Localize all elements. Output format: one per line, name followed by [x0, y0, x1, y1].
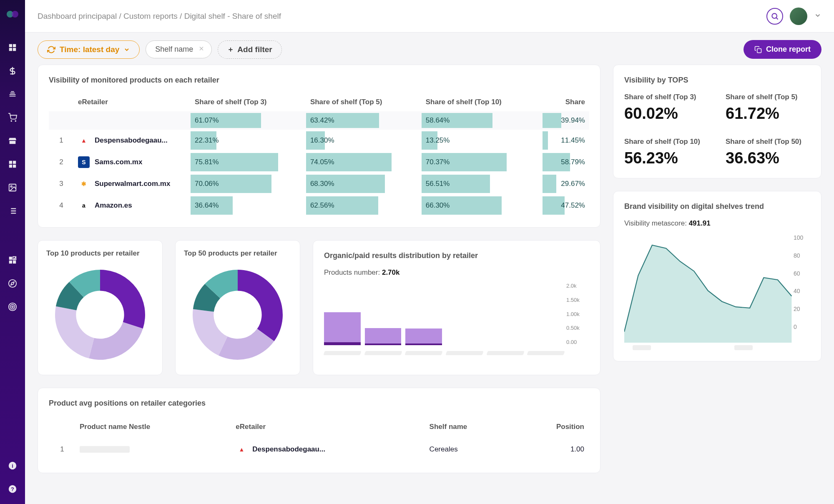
svg-point-26: [10, 305, 15, 309]
app-logo: [6, 8, 19, 21]
svg-rect-5: [13, 48, 16, 51]
add-filter-button[interactable]: Add filter: [218, 40, 281, 59]
bar-chart: 2.0k1.50k1.00k0.50k0.00: [324, 283, 589, 345]
sidebar: i ?: [0, 0, 25, 504]
donut-chart: [46, 265, 154, 365]
search-button[interactable]: [766, 8, 783, 25]
svg-point-27: [12, 306, 13, 308]
chevron-down-icon[interactable]: [814, 12, 821, 21]
tops-metric: Share of shelf (Top 10)56.23%: [624, 138, 709, 167]
donut-top50-card: Top 50 products per retailer: [175, 240, 300, 375]
tops-metric: Share of shelf (Top 5)61.72%: [726, 93, 810, 123]
user-avatar[interactable]: [790, 8, 807, 25]
nav-check-icon[interactable]: [8, 255, 18, 265]
svg-point-23: [9, 280, 16, 287]
nav-info-icon[interactable]: i: [8, 461, 18, 471]
trend-chart: [624, 234, 810, 343]
nav-store-icon[interactable]: [8, 136, 18, 146]
card-title: Organic/paid results distribution by ret…: [324, 251, 589, 260]
topbar: Dashboard principapal / Custom reports /…: [25, 0, 834, 33]
filter-bar: Time: latest day Shelf name Add filter C…: [25, 33, 834, 65]
card-title: Visibility by TOPS: [624, 76, 810, 85]
refresh-icon: [47, 45, 55, 54]
positions-table: Product name Nestle eRetailer Shelf name…: [49, 416, 589, 462]
tops-metric: Share of shelf (Top 3)60.02%: [624, 93, 709, 123]
card-title: Top 50 products per retailer: [184, 249, 291, 258]
visibility-table-card: Visibility of monitored products on each…: [38, 65, 600, 228]
bar-chart-card: Organic/paid results distribution by ret…: [313, 240, 600, 375]
svg-rect-21: [9, 261, 12, 263]
svg-point-6: [11, 120, 12, 121]
svg-line-33: [776, 18, 778, 19]
clone-report-button[interactable]: Clone report: [744, 40, 821, 59]
plus-icon: [227, 46, 234, 53]
svg-rect-4: [9, 48, 12, 51]
nav-grid-icon[interactable]: [8, 159, 18, 169]
nav-cart-icon[interactable]: [8, 113, 18, 123]
svg-point-32: [772, 13, 777, 18]
svg-point-13: [10, 186, 12, 187]
nav-help-icon[interactable]: ?: [8, 484, 18, 494]
svg-rect-10: [9, 165, 12, 168]
svg-rect-38: [757, 48, 761, 53]
card-title: Brand visibility on digital shelves tren…: [624, 202, 810, 211]
close-icon[interactable]: [198, 45, 205, 54]
breadcrumb: Dashboard principapal / Custom reports /…: [38, 12, 281, 21]
table-row[interactable]: 2 SSams.com.mx75.81%74.05%70.37%58.79%: [49, 151, 589, 173]
trend-card: Brand visibility on digital shelves tren…: [613, 191, 821, 361]
positions-card: Product avg positions on retailer catego…: [38, 388, 600, 473]
donut-chart: [184, 265, 291, 365]
svg-rect-3: [13, 44, 16, 47]
svg-text:i: i: [12, 463, 13, 469]
nav-dashboard-icon[interactable]: [8, 43, 18, 53]
nav-pricing-icon[interactable]: [8, 66, 18, 76]
table-row[interactable]: 4 aAmazon.es36.64%62.56%66.30%47.52%: [49, 195, 589, 216]
chevron-down-icon: [123, 46, 130, 53]
metascore: Visibility metascore: 491.91: [624, 219, 810, 228]
svg-rect-11: [13, 165, 16, 168]
nav-target-icon[interactable]: [8, 302, 18, 312]
svg-point-1: [12, 11, 18, 18]
table-row[interactable]: 1 ▲Despensabodegaau...22.31%16.30%13.25%…: [49, 130, 589, 151]
svg-rect-22: [13, 261, 16, 263]
svg-rect-8: [9, 161, 12, 164]
nav-compass-icon[interactable]: [8, 278, 18, 288]
table-row[interactable]: 1 ▲Despensabodegaau... Cereales 1.00: [50, 438, 588, 461]
nav-stack-icon[interactable]: [8, 89, 18, 99]
svg-marker-24: [11, 282, 14, 285]
svg-point-7: [15, 120, 16, 121]
table-row[interactable]: 3 ✱Superwalmart.com.mx70.06%68.30%56.51%…: [49, 173, 589, 195]
nav-image-icon[interactable]: [8, 183, 18, 193]
svg-rect-2: [9, 44, 12, 47]
shelf-filter[interactable]: Shelf name: [146, 40, 212, 58]
card-title: Product avg positions on retailer catego…: [49, 399, 589, 408]
visibility-table: eRetailer Share of shelf (Top 3) Share o…: [49, 93, 589, 216]
table-summary-row: 61.07%63.42%58.64%39.94%: [49, 111, 589, 130]
donut-top10-card: Top 10 products per retailer: [38, 240, 163, 375]
svg-rect-9: [13, 161, 16, 164]
tops-card: Visibility by TOPS Share of shelf (Top 3…: [613, 65, 821, 178]
copy-icon: [754, 46, 762, 53]
svg-rect-20: [9, 257, 12, 260]
products-count: Products number: 2.70k: [324, 268, 589, 277]
card-title: Visibility of monitored products on each…: [49, 76, 589, 85]
card-title: Top 10 products per retailer: [46, 249, 154, 258]
tops-metric: Share of shelf (Top 50)36.63%: [726, 138, 810, 167]
nav-list-icon[interactable]: [8, 206, 18, 216]
time-filter[interactable]: Time: latest day: [38, 40, 140, 59]
svg-text:?: ?: [11, 486, 14, 492]
